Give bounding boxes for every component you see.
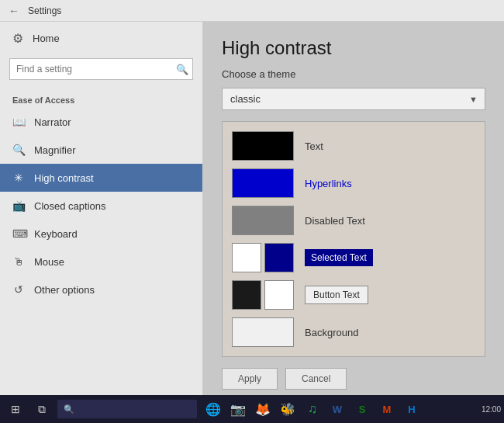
taskbar-apps: 🌐 📷 🦊 🐝 ♫ W S M H (202, 397, 423, 421)
taskbar-app-h[interactable]: H (400, 397, 423, 421)
taskbar: ⊞ ⧉ 🔍 🌐 📷 🦊 🐝 ♫ W S M H 12:00 (0, 395, 504, 423)
swatch-row-text: Text (232, 131, 475, 161)
sidebar-item-magnifier[interactable]: 🔍 Magnifier (0, 136, 202, 164)
swatch-disabled-label: Disabled Text (305, 215, 365, 227)
swatch-row-background: Background (232, 317, 475, 347)
magnifier-label: Magnifier (34, 144, 75, 156)
swatch-row-hyperlinks: Hyperlinks (232, 168, 475, 198)
sidebar-item-keyboard[interactable]: ⌨ Keyboard (0, 220, 202, 248)
other-options-label: Other options (34, 284, 95, 296)
swatch-row-selected-text: Selected Text (232, 243, 475, 272)
task-view-button[interactable]: ⧉ (29, 397, 54, 421)
high-contrast-icon: ✳ (12, 172, 25, 184)
sidebar-item-mouse[interactable]: 🖱 Mouse (0, 248, 202, 276)
taskbar-app-4[interactable]: 🐝 (276, 397, 299, 421)
cancel-button[interactable]: Cancel (285, 368, 347, 390)
theme-select[interactable]: classic High Contrast Black High Contras… (222, 88, 485, 110)
search-box: 🔍 (9, 58, 193, 80)
apply-button[interactable]: Apply (222, 368, 278, 390)
taskbar-time: 12:00 (482, 405, 501, 414)
taskbar-search[interactable]: 🔍 (57, 400, 197, 418)
swatches-container: Text Hyperlinks Disabled Text Selected T… (222, 121, 485, 357)
mouse-label: Mouse (34, 256, 64, 268)
search-icon[interactable]: 🔍 (176, 64, 188, 75)
closed-captions-label: Closed captions (34, 200, 106, 212)
theme-select-container: classic High Contrast Black High Contras… (222, 88, 485, 110)
sidebar: ⚙ Home 🔍 Ease of Access 📖 Narrator 🔍 Mag… (0, 22, 203, 395)
magnifier-icon: 🔍 (12, 144, 25, 156)
taskbar-app-1[interactable]: 🌐 (202, 397, 225, 421)
taskbar-app-3[interactable]: 🦊 (251, 397, 274, 421)
narrator-label: Narrator (34, 116, 71, 128)
sidebar-item-high-contrast[interactable]: ✳ High contrast (0, 164, 202, 192)
home-icon: ⚙ (12, 31, 23, 46)
taskbar-right: 12:00 (482, 405, 501, 414)
other-options-icon: ↺ (12, 283, 25, 296)
right-panel: High contrast Choose a theme classic Hig… (203, 22, 504, 395)
panel-title: High contrast (222, 37, 485, 59)
title-bar: ← Settings (0, 0, 504, 22)
swatch-text-label: Text (305, 140, 323, 152)
selected-text-badge[interactable]: Selected Text (305, 249, 373, 266)
home-label: Home (33, 33, 60, 44)
start-button[interactable]: ⊞ (3, 397, 28, 421)
back-button[interactable]: ← (6, 3, 22, 19)
taskbar-app-word[interactable]: W (326, 397, 349, 421)
panel-subtitle: Choose a theme (222, 68, 485, 80)
swatch-selected-color2[interactable] (264, 243, 294, 272)
taskbar-app-2[interactable]: 📷 (226, 397, 250, 421)
keyboard-icon: ⌨ (12, 227, 25, 240)
swatch-hyperlinks-color[interactable] (232, 168, 294, 198)
swatch-row-button-text: Button Text (232, 280, 475, 310)
section-label: Ease of Access (0, 89, 202, 108)
closed-captions-icon: 📺 (12, 199, 25, 212)
narrator-icon: 📖 (12, 116, 25, 128)
swatch-selected-color1[interactable] (232, 243, 261, 272)
taskbar-app-m[interactable]: M (375, 397, 399, 421)
swatch-button-color1[interactable] (232, 280, 261, 310)
search-input[interactable] (9, 58, 193, 80)
button-text-button[interactable]: Button Text (305, 286, 368, 304)
mouse-icon: 🖱 (12, 255, 25, 268)
taskbar-app-s[interactable]: S (350, 397, 374, 421)
swatch-background-label: Background (305, 327, 358, 338)
swatch-disabled-color[interactable] (232, 206, 294, 235)
sidebar-item-closed-captions[interactable]: 📺 Closed captions (0, 192, 202, 220)
window: ← Settings ⚙ Home 🔍 Ease of Access 📖 Nar… (0, 0, 504, 423)
window-title: Settings (28, 5, 61, 16)
taskbar-app-5[interactable]: ♫ (301, 397, 324, 421)
swatch-row-disabled-text: Disabled Text (232, 206, 475, 235)
swatch-background-color[interactable] (232, 317, 294, 347)
swatch-button-color2[interactable] (264, 280, 294, 310)
swatch-hyperlinks-label: Hyperlinks (305, 178, 352, 189)
high-contrast-label: High contrast (34, 172, 94, 184)
main-content: ⚙ Home 🔍 Ease of Access 📖 Narrator 🔍 Mag… (0, 22, 504, 395)
action-buttons: Apply Cancel (222, 368, 485, 390)
swatch-text-color[interactable] (232, 131, 294, 161)
keyboard-label: Keyboard (34, 228, 78, 240)
sidebar-item-other-options[interactable]: ↺ Other options (0, 276, 202, 303)
sidebar-item-home[interactable]: ⚙ Home (0, 22, 202, 55)
sidebar-item-narrator[interactable]: 📖 Narrator (0, 108, 202, 136)
